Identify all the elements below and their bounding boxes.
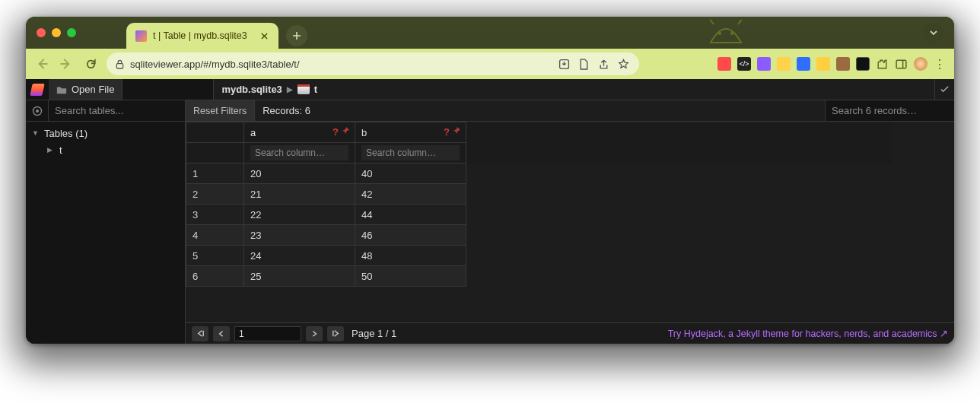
extension-icon[interactable] [757,57,771,71]
extension-icon[interactable] [797,57,810,71]
window-close-button[interactable] [37,28,46,37]
share-icon[interactable] [597,57,610,71]
browser-menu-button[interactable]: ⋮ [934,57,947,71]
column-type-unknown-icon[interactable]: ? [444,126,450,138]
page-icon[interactable] [577,57,590,71]
column-type-unknown-icon[interactable]: ? [332,126,339,138]
sidebar-tables-group[interactable]: ▼ Tables (1) [26,125,185,141]
breadcrumb: mydb.sqlite3 ▶ t [214,79,325,100]
table-row[interactable]: 22142 [186,184,892,205]
cell-b[interactable]: 46 [355,225,466,246]
tabs-dropdown-button[interactable] [924,23,943,43]
header-check-button[interactable] [934,79,954,100]
column-header-b[interactable]: b ? [355,122,466,143]
nav-back-button[interactable] [33,56,50,72]
cell-b[interactable]: 44 [355,205,466,225]
svg-point-1 [730,32,733,35]
page-first-button[interactable] [192,326,208,341]
app-main: ▼ Tables (1) ▶ t a [26,122,954,344]
svg-rect-6 [896,60,906,68]
android-decoration-icon [695,20,756,47]
cell-a[interactable]: 20 [244,163,355,184]
cell-a[interactable]: 22 [244,205,355,225]
open-file-button[interactable]: Open File [49,79,123,100]
sidebar-toggle-icon[interactable] [26,100,49,121]
column-header-a[interactable]: a ? [244,122,355,143]
open-file-label: Open File [72,84,114,95]
cell-a[interactable]: 25 [244,266,355,287]
cell-a[interactable]: 24 [244,246,355,266]
column-name: b [361,127,367,138]
row-number-cell: 1 [186,163,244,184]
extension-icon[interactable] [836,57,850,71]
reset-filters-button[interactable]: Reset Filters [186,100,255,121]
app-logo-icon [26,79,49,100]
row-number-cell: 6 [186,266,244,287]
svg-line-3 [738,20,743,24]
sidebar-table-item[interactable]: ▶ t [26,141,185,158]
row-number-cell: 5 [186,246,244,266]
chevron-right-icon: ▶ [47,146,55,154]
extension-icon[interactable] [718,57,731,71]
cell-a[interactable]: 23 [244,225,355,246]
page-number-input[interactable] [234,326,301,341]
search-tables-input[interactable] [49,100,186,121]
cell-b[interactable]: 40 [355,163,466,184]
svg-rect-4 [116,63,123,68]
column-pin-icon[interactable] [452,126,461,138]
row-number-cell: 3 [186,205,244,225]
browser-tabstrip: t | Table | mydb.sqlite3 [26,17,954,49]
column-name: a [250,127,256,138]
lock-icon [116,59,124,69]
table-row[interactable]: 32244 [186,205,892,225]
svg-line-2 [709,20,714,24]
promo-text: Try Hydejack, a Jekyll theme for hackers… [668,328,948,339]
breadcrumb-db[interactable]: mydb.sqlite3 [221,84,282,95]
cell-b[interactable]: 48 [355,246,466,266]
browser-tab[interactable]: t | Table | mydb.sqlite3 [126,23,278,49]
browser-toolbar: sqliteviewer.app/#/mydb.sqlite3/table/t/… [26,49,954,79]
extension-icon[interactable] [816,57,830,71]
breadcrumb-table[interactable]: t [314,84,317,95]
extensions-puzzle-icon[interactable] [876,58,889,71]
cell-b[interactable]: 42 [355,184,466,205]
side-panel-icon[interactable] [895,58,908,71]
promo-link[interactable]: Try Hydejack, a Jekyll theme for hackers… [668,328,948,339]
column-filter-b[interactable] [361,145,460,160]
page-last-button[interactable] [327,326,344,341]
svg-point-9 [36,109,39,113]
table-row[interactable]: 52448 [186,246,892,266]
search-records-input[interactable] [825,100,954,121]
page-prev-button[interactable] [213,326,230,341]
address-bar[interactable]: sqliteviewer.app/#/mydb.sqlite3/table/t/ [107,52,639,75]
cell-b[interactable]: 50 [355,266,466,287]
tables-sidebar: ▼ Tables (1) ▶ t [26,122,186,344]
extension-icon[interactable] [856,57,870,71]
cell-a[interactable]: 21 [244,184,355,205]
extension-icon[interactable]: </> [737,57,751,71]
app-toolbar: Reset Filters Records: 6 [26,100,954,122]
table-row[interactable]: 42346 [186,225,892,246]
row-number-header [186,143,244,163]
new-tab-button[interactable] [286,25,307,46]
tab-title: t | Table | mydb.sqlite3 [153,30,253,41]
column-pin-icon[interactable] [341,126,350,138]
table-row[interactable]: 62550 [186,266,892,287]
nav-forward-button[interactable] [58,56,75,72]
page-next-button[interactable] [306,326,323,341]
window-maximize-button[interactable] [67,28,76,37]
address-bar-url: sqliteviewer.app/#/mydb.sqlite3/table/t/ [130,59,300,70]
table-icon [298,84,310,94]
reset-filters-label: Reset Filters [193,106,247,116]
tab-close-button[interactable] [259,30,269,41]
profile-avatar-icon[interactable] [914,57,928,71]
page-label: Page 1 / 1 [352,328,396,339]
table-row[interactable]: 12040 [186,163,892,184]
app-header: Open File mydb.sqlite3 ▶ t [26,79,954,100]
extension-icon[interactable] [777,57,791,71]
window-minimize-button[interactable] [52,28,61,37]
nav-reload-button[interactable] [82,56,99,72]
bookmark-star-icon[interactable] [616,57,630,71]
install-app-icon[interactable] [557,57,571,71]
column-filter-a[interactable] [250,145,348,160]
